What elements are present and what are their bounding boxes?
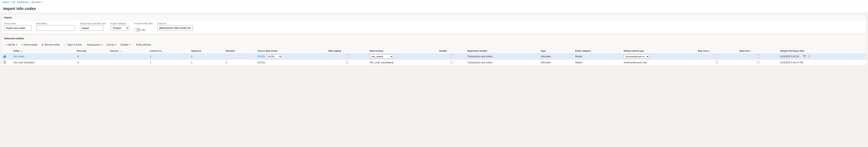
row1-stop-unit-checkbox[interactable] xyxy=(716,55,718,57)
group-name-input[interactable] xyxy=(4,25,31,31)
remove-entity-button[interactable]: 🗎 Remove entity xyxy=(40,42,61,47)
group-name-label: Group name xyxy=(4,22,31,25)
description-label: Description xyxy=(36,22,75,25)
group-id-input[interactable] xyxy=(157,25,193,31)
row2-entity-name: Info code translation xyxy=(13,61,35,64)
truncate-entity-field: Truncate entity data No xyxy=(134,22,153,31)
row2-executi-cell xyxy=(108,60,148,65)
col-radio xyxy=(2,49,8,53)
row1-refresh-dropdown[interactable]: Incremental push only xyxy=(624,54,649,59)
row2-app-module-cell: Transactions and orders xyxy=(466,60,539,65)
col-sheet-lookup: Sheet lookup xyxy=(368,49,438,53)
group-id-label: Group ID xyxy=(157,22,193,25)
import-section-header: Import xyxy=(2,14,866,20)
col-default-refresh-type: Default refresh type xyxy=(622,49,696,53)
row1-stop-unit-cell xyxy=(696,53,738,60)
row1-entity-cell: Info codes xyxy=(12,53,75,60)
truncate-entity-label: Truncate entity data xyxy=(134,22,153,25)
row2-stop-unit-cell xyxy=(696,60,738,65)
row1-calendar-icon[interactable]: 📅 xyxy=(802,55,806,58)
row1-sequence-cell: 1 xyxy=(189,53,224,60)
row1-stop-level-cell xyxy=(738,53,778,60)
row2-disable-checkbox[interactable] xyxy=(451,61,453,63)
disable-button[interactable]: Disable ▼ xyxy=(119,42,133,47)
nav-ax-operations[interactable]: AX : Operations xyxy=(12,1,29,3)
row1-stop-level-checkbox[interactable] xyxy=(757,55,760,57)
sort-by-button[interactable]: Sort by ▼ xyxy=(105,42,118,47)
description-field: Description xyxy=(36,22,75,31)
top-navigation: Import | AX : Operations | My view ▼ xyxy=(0,0,868,4)
row1-radio-cell[interactable] xyxy=(2,53,8,60)
truncate-entity-toggle[interactable] xyxy=(134,28,141,31)
row1-radio-btn[interactable] xyxy=(3,55,6,58)
open-in-excel-button[interactable]: 📄 Open in Excel xyxy=(62,42,84,47)
project-category-select[interactable]: Project xyxy=(111,25,129,31)
row2-skip-staging-checkbox[interactable] xyxy=(346,61,349,63)
col-refresh xyxy=(8,49,12,53)
row2-expiry-cell: 1/24/2025 5:43:47 PM xyxy=(778,60,866,65)
row1-expiry-date: 1/24/2025 5:43:30 ... xyxy=(780,55,802,58)
col-entity[interactable]: Entity ▲ xyxy=(12,49,75,53)
row1-obsolete-checkbox[interactable] xyxy=(239,55,241,57)
row1-disable-checkbox[interactable] xyxy=(451,55,453,57)
row1-entity-link[interactable]: Info codes xyxy=(13,55,24,58)
row1-source-dropdown[interactable]: EXCEL xyxy=(266,54,282,59)
row1-info-icon[interactable]: ⓘ xyxy=(807,55,811,58)
col-skip-staging: Skip staging xyxy=(327,49,368,53)
entity-attribute-button[interactable]: Entity attribute xyxy=(134,42,153,47)
excel-icon: 📄 xyxy=(63,43,66,46)
toolbar-separator-1 xyxy=(84,43,85,47)
truncate-entity-value: No xyxy=(142,28,145,31)
row2-obsolete-cell: 2 xyxy=(224,60,256,65)
description-input[interactable] xyxy=(36,25,75,31)
row2-view-map-cell: 🗎 xyxy=(75,60,109,65)
nav-sep2: | xyxy=(30,1,30,3)
row2-expiry-date: 1/24/2025 5:43:47 PM xyxy=(780,61,803,64)
col-sample-file-expiry: Sample File Expiry Date xyxy=(778,49,866,53)
resequence-button[interactable]: Resequence ▼ xyxy=(85,42,104,47)
row1-skip-staging-cell xyxy=(327,53,368,60)
row1-skip-staging-checkbox[interactable] xyxy=(346,55,349,57)
row2-skip-staging-cell xyxy=(327,60,368,65)
doc-icon: 🗎 xyxy=(41,43,44,46)
project-category-label: Project category xyxy=(111,22,129,25)
col-executi: Executi... ▲ xyxy=(108,49,148,53)
row1-sheet-lookup-dropdown[interactable]: Info_codes$ xyxy=(370,54,393,59)
group-name-field: Group name xyxy=(4,22,31,31)
row1-source-value: EXCEL xyxy=(257,55,265,58)
row2-sequence-cell: 1 xyxy=(189,60,224,65)
row1-executi-cell xyxy=(108,53,148,60)
data-project-field: Data project operation type xyxy=(80,22,106,31)
row1-level-cell: 1 xyxy=(148,53,189,60)
row2-stop-level-cell xyxy=(738,60,778,65)
row1-expiry-cell: 1/24/2025 5:43:30 ... 📅 ⓘ xyxy=(778,53,866,60)
row1-default-refresh-cell: Incremental push only xyxy=(622,53,696,60)
entities-table: Entity ▲ View map Executi... ▲ Level in … xyxy=(2,49,866,65)
col-obsolete: Obsolete xyxy=(224,49,256,53)
table-header-row: Entity ▲ View map Executi... ▲ Level in … xyxy=(2,49,866,53)
add-template-button[interactable]: + Add template xyxy=(20,42,39,47)
nav-import-link[interactable]: Import xyxy=(2,1,9,3)
col-level-in-ex: Level in ex... xyxy=(148,49,189,53)
col-stop-unit-e: Stop unit e... xyxy=(696,49,738,53)
row1-refresh-cell xyxy=(8,53,12,60)
row2-disable-cell xyxy=(438,60,466,65)
col-view-map: View map xyxy=(75,49,109,53)
add-file-dropdown-icon: ▼ xyxy=(16,44,18,46)
row1-source-data-cell: EXCEL EXCEL xyxy=(256,53,327,60)
row1-view-map-icon[interactable]: 🗎 xyxy=(76,55,80,58)
plus-icon: + xyxy=(5,43,6,46)
row2-radio-btn[interactable] xyxy=(3,61,6,63)
row2-refresh-cell xyxy=(8,60,12,65)
data-project-input[interactable] xyxy=(80,25,103,31)
row1-sheet-lookup-cell: Info_codes$ xyxy=(368,53,438,60)
row2-view-map-icon[interactable]: 🗎 xyxy=(76,61,80,64)
nav-my-view[interactable]: My view ▼ xyxy=(31,1,42,3)
row2-stop-unit-checkbox[interactable] xyxy=(716,61,718,63)
add-file-button[interactable]: + Add file ▼ xyxy=(3,42,19,47)
row2-stop-level-checkbox[interactable] xyxy=(757,61,760,63)
row2-radio-cell[interactable] xyxy=(2,60,8,65)
plus-template-icon: + xyxy=(22,43,23,46)
page-title: Import info codes xyxy=(0,4,868,13)
col-sequence: Sequence xyxy=(189,49,224,53)
